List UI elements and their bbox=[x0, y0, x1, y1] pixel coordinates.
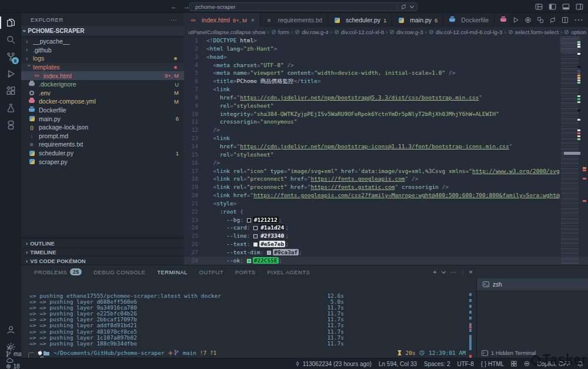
panel-tab-pixel-agents[interactable]: PIXEL AGENTS bbox=[262, 265, 316, 278]
code-line-5[interactable]: 5 <meta name="viewport" content="width=d… bbox=[184, 69, 588, 77]
breadcrumb-item[interactable]: form bbox=[271, 29, 289, 35]
tree-item-requirements-txt[interactable]: ≡requirements.txt bbox=[21, 140, 184, 149]
toggle-panel-icon[interactable] bbox=[562, 3, 570, 11]
code-line-27[interactable]: 27 --text-dim: #9ca3af; bbox=[184, 248, 588, 257]
code-line-9[interactable]: 9 rel="stylesheet" bbox=[184, 102, 588, 110]
project-root-row[interactable]: › PCHOME-SCRAPER bbox=[21, 26, 184, 36]
tree-item-docker-compose-yml[interactable]: docker-compose.ymlM bbox=[21, 97, 184, 106]
code-line-11[interactable]: 11 crossorigin="anonymous" bbox=[184, 118, 588, 126]
more-actions-icon[interactable]: ··· bbox=[574, 15, 583, 25]
tab-scheduler-py[interactable]: scheduler.py1 bbox=[328, 13, 392, 27]
sync-icon[interactable] bbox=[549, 16, 556, 24]
settings-gear-icon[interactable] bbox=[0, 338, 21, 355]
breadcrumb-item[interactable]: div.row.g-3 bbox=[389, 29, 423, 35]
sidebar-section-timeline[interactable]: ›TIMELINE bbox=[21, 247, 184, 256]
breadcrumb-item[interactable]: div.col-12.col-md-6.col-lg-3 bbox=[429, 29, 502, 35]
encoding[interactable]: UTF-8 bbox=[457, 361, 474, 367]
panel-tab-terminal[interactable]: TERMINAL bbox=[151, 265, 193, 278]
ai-assistant-icon[interactable] bbox=[524, 16, 532, 24]
customize-layout-icon[interactable] bbox=[535, 3, 543, 11]
tree-item-logs[interactable]: ›logs bbox=[21, 54, 184, 63]
code-line-18[interactable]: 18 <link rel="preconnect" href="https://… bbox=[184, 175, 588, 183]
code-line-4[interactable]: 4 <meta charset="UTF-8" /> bbox=[184, 61, 588, 69]
run-file-icon[interactable] bbox=[512, 16, 519, 24]
code-line-1[interactable]: 1<!DOCTYPE html> bbox=[184, 36, 588, 45]
extensions-icon[interactable] bbox=[0, 82, 21, 99]
tree-item-index-html[interactable]: <>index.html9+, M bbox=[21, 71, 184, 80]
terminal-dropdown-icon[interactable] bbox=[442, 269, 446, 273]
terminal-tab-zsh[interactable]: zsh bbox=[477, 278, 588, 290]
breadcrumb-item[interactable]: option bbox=[564, 29, 586, 35]
code-line-13[interactable]: 13 <link bbox=[184, 134, 588, 142]
panel-tab-problems[interactable]: PROBLEMS25 bbox=[28, 265, 88, 278]
code-line-28[interactable]: 28 --ok: #22C55E; bbox=[184, 257, 588, 265]
minimap[interactable] bbox=[560, 36, 581, 265]
sidebar-section-outline[interactable]: ›OUTLINE bbox=[21, 238, 184, 247]
sidebar-section-vs-code-pok-mon[interactable]: ›VS CODE POKÉMON bbox=[21, 256, 184, 265]
overview-ruler[interactable] bbox=[581, 36, 588, 265]
breadcrumb-item[interactable]: select.form-select bbox=[508, 29, 559, 35]
tree-item-dockerfile[interactable]: Dockerfile bbox=[21, 106, 184, 115]
panel-tab-debug-console[interactable]: DEBUG CONSOLE bbox=[88, 265, 151, 278]
code-line-14[interactable]: 14 href="https://cdn.jsdelivr.net/npm/bo… bbox=[184, 142, 588, 151]
explorer-icon[interactable] bbox=[0, 14, 21, 31]
command-center-search[interactable]: pchome-scraper | bbox=[189, 2, 417, 11]
code-line-7[interactable]: 7 <link bbox=[184, 85, 588, 94]
repo-sync-icon[interactable] bbox=[400, 4, 407, 10]
testing-flask-icon[interactable] bbox=[0, 99, 21, 117]
tree-item-main-py[interactable]: main.py6 bbox=[21, 114, 184, 123]
tab-index-html[interactable]: <>index.html9+, M× bbox=[184, 13, 260, 27]
code-line-23[interactable]: 23 --bg: #121212; bbox=[184, 216, 588, 224]
run-debug-icon[interactable] bbox=[0, 65, 21, 82]
hidden-terminal-button[interactable]: 1 Hidden Terminal bbox=[482, 350, 536, 356]
tree-item--env[interactable]: .envM bbox=[21, 89, 184, 98]
tree-item--dockerignore[interactable]: .dockerignoreU bbox=[21, 80, 184, 89]
terminal-output[interactable]: => pushing ethane17555/pchomee-scraper:l… bbox=[21, 278, 476, 358]
tab-main-py[interactable]: main.py6 bbox=[392, 13, 443, 27]
panel-tab-output[interactable]: OUTPUT bbox=[193, 265, 229, 278]
close-icon[interactable]: × bbox=[251, 17, 255, 24]
code-line-8[interactable]: 8 href="https://cdn.jsdelivr.net/npm/boo… bbox=[184, 94, 588, 102]
more-actions-icon[interactable]: ··· bbox=[450, 268, 457, 275]
commit-info[interactable]: 113062234 (23 hours ago) bbox=[295, 361, 372, 367]
python-extension-icon[interactable] bbox=[0, 117, 21, 134]
more-actions-icon[interactable]: ··· bbox=[171, 16, 177, 23]
account-icon[interactable] bbox=[0, 321, 21, 338]
tab-requirements-txt[interactable]: ≡requirements.txt bbox=[260, 13, 328, 27]
cursor-position[interactable]: Ln 594, Col 33 bbox=[379, 361, 417, 367]
back-arrow-icon[interactable]: ← bbox=[171, 2, 178, 11]
code-line-16[interactable]: 16 /> bbox=[184, 159, 588, 167]
code-line-24[interactable]: 24 --card: #1a1d24; bbox=[184, 224, 588, 232]
breadcrumb-item[interactable]: div.row.g-4 bbox=[295, 29, 328, 35]
toggle-secondary-sidebar-icon[interactable] bbox=[576, 3, 583, 11]
code-line-3[interactable]: 3<head> bbox=[184, 53, 588, 61]
code-line-2[interactable]: 2<html lang="zh-Hant"> bbox=[184, 45, 588, 53]
tree-item--pycache-[interactable]: ›__pycache__ bbox=[21, 37, 184, 46]
code-line-15[interactable]: 15 rel="stylesheet" bbox=[184, 151, 588, 159]
breadcrumb-item[interactable]: utPanelCollapse.collapse.show bbox=[188, 29, 266, 35]
panel-tab-ports[interactable]: PORTS bbox=[229, 265, 262, 278]
breadcrumb-item[interactable]: div.col-12.col-xl-8 bbox=[334, 29, 384, 35]
code-line-22[interactable]: 22 :root { bbox=[184, 208, 588, 216]
language-mode[interactable]: { } HTML bbox=[481, 361, 504, 367]
tab-dockerfile[interactable]: Dockerfile bbox=[443, 13, 495, 27]
split-editor-icon[interactable] bbox=[562, 16, 569, 24]
code-line-20[interactable]: 20 <link href="https://fonts.googleapis.… bbox=[184, 191, 588, 200]
source-control-icon[interactable]: 8 bbox=[0, 48, 21, 65]
code-line-17[interactable]: 17 <link rel="icon" type="image/svg+xml"… bbox=[184, 167, 588, 175]
tree-item-scheduler-py[interactable]: scheduler.py1 bbox=[21, 149, 184, 158]
close-panel-icon[interactable]: × bbox=[469, 268, 473, 275]
code-line-25[interactable]: 25 --line: #2f3340; bbox=[184, 232, 588, 240]
code-line-21[interactable]: 21 <style> bbox=[184, 200, 588, 208]
code-line-6[interactable]: 6 <title>PChome 商品價格監控</title> bbox=[184, 77, 588, 85]
tree-item-scraper-py[interactable]: scraper.py bbox=[21, 157, 184, 166]
toggle-sidebar-icon[interactable] bbox=[549, 3, 556, 11]
extension-grid[interactable] bbox=[511, 361, 517, 367]
code-line-19[interactable]: 19 <link rel="preconnect" href="https://… bbox=[184, 183, 588, 191]
chevron-down-icon[interactable] bbox=[410, 4, 414, 8]
tree-item--github[interactable]: ›.github bbox=[21, 46, 184, 55]
sync-status[interactable] bbox=[6, 357, 31, 363]
code-line-10[interactable]: 10 integrity="sha384-QWTKZyjpPEjISv5WaRU… bbox=[184, 110, 588, 118]
indentation[interactable]: Spaces: 2 bbox=[424, 361, 450, 367]
tree-item-prompt-md[interactable]: ↓prompt.md bbox=[21, 132, 184, 141]
